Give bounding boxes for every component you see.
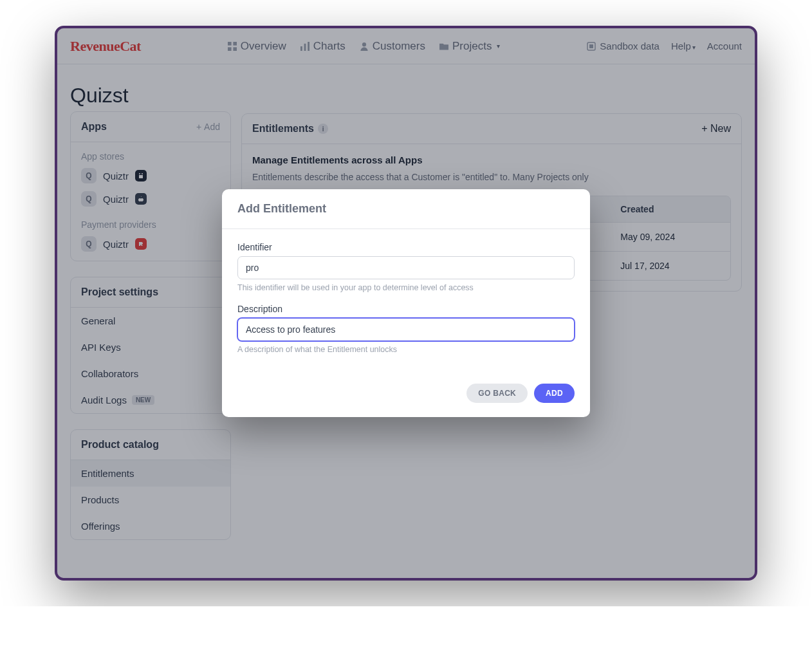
app-frame: RevenueCat Overview Charts Customers Pro… <box>55 26 757 581</box>
identifier-label: Identifier <box>237 242 575 252</box>
modal-title: Add Entitlement <box>222 189 590 229</box>
description-label: Description <box>237 304 575 314</box>
modal-overlay[interactable]: Add Entitlement Identifier This identifi… <box>57 28 755 578</box>
go-back-button[interactable]: GO BACK <box>466 384 528 403</box>
add-button[interactable]: ADD <box>534 384 575 403</box>
description-input[interactable] <box>237 318 575 341</box>
modal-body: Identifier This identifier will be used … <box>222 229 590 372</box>
identifier-input[interactable] <box>237 256 575 279</box>
add-entitlement-modal: Add Entitlement Identifier This identifi… <box>222 189 590 417</box>
identifier-hint: This identifier will be used in your app… <box>237 283 575 292</box>
description-hint: A description of what the Entitlement un… <box>237 345 575 354</box>
modal-footer: GO BACK ADD <box>222 372 590 417</box>
